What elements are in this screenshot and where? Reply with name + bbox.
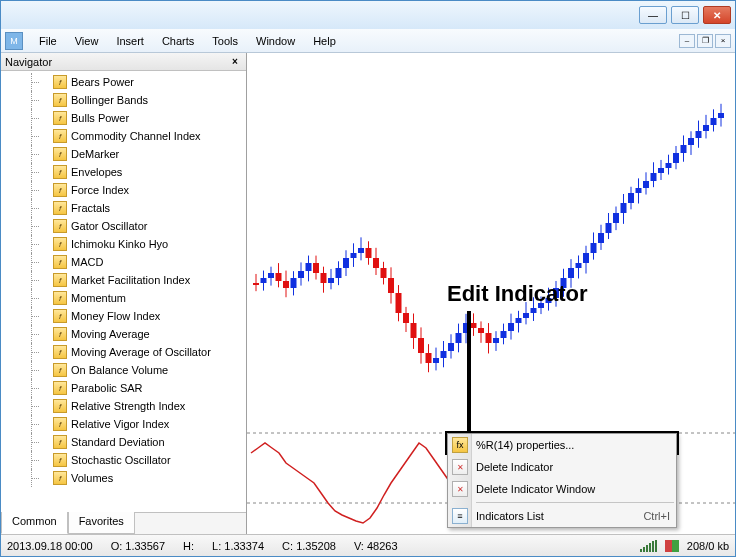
tab-favorites[interactable]: Favorites [68,512,135,534]
indicator-icon: f [53,309,67,323]
menu-insert[interactable]: Insert [108,32,152,50]
svg-rect-93 [598,233,604,243]
navigator-item[interactable]: fMoving Average [1,325,246,343]
navigator-item[interactable]: fIchimoku Kinko Hyo [1,235,246,253]
svg-rect-41 [403,313,409,323]
navigator-item-label: Bears Power [71,76,134,88]
indicator-icon: f [53,111,67,125]
indicator-icon: f [53,129,67,143]
navigator-item[interactable]: fParabolic SAR [1,379,246,397]
indicator-icon: f [53,381,67,395]
navigator-item[interactable]: fCommodity Channel Index [1,127,246,145]
svg-rect-87 [576,263,582,268]
ctx-delete-indicator[interactable]: Delete Indicator [448,456,676,478]
maximize-button[interactable]: ☐ [671,6,699,24]
svg-rect-121 [703,125,709,131]
delete-window-icon [452,481,468,497]
status-open: O: 1.33567 [111,540,165,552]
menu-view[interactable]: View [67,32,107,50]
svg-rect-7 [276,273,282,281]
mdi-close-button[interactable]: × [715,34,731,48]
status-close: C: 1.35208 [282,540,336,552]
ctx-properties[interactable]: fx %R(14) properties... [448,434,676,456]
indicator-icon: f [53,237,67,251]
navigator-item[interactable]: fMoving Average of Oscillator [1,343,246,361]
mdi-restore-button[interactable]: ❐ [697,34,713,48]
status-datetime: 2013.09.18 00:00 [7,540,93,552]
navigator-item[interactable]: fMoney Flow Index [1,307,246,325]
navigator-tree[interactable]: fBears PowerfBollinger BandsfBulls Power… [1,71,246,512]
indicator-icon: f [53,165,67,179]
ctx-separator [476,502,674,503]
indicator-icon: f [53,417,67,431]
chart-area[interactable]: Edit Indicator fx %R(14) properties... D… [247,53,735,534]
ctx-delete-window-label: Delete Indicator Window [476,483,595,495]
client-area: Navigator × fBears PowerfBollinger Bands… [1,53,735,534]
navigator-item-label: Stochastic Oscillator [71,454,171,466]
svg-rect-39 [396,293,402,313]
annotation-line [467,311,527,441]
svg-rect-99 [621,203,627,213]
status-traffic: 208/0 kb [687,540,729,552]
svg-rect-125 [718,113,724,118]
navigator-item-label: Relative Strength Index [71,400,185,412]
menu-window[interactable]: Window [248,32,303,50]
svg-rect-97 [613,213,619,223]
svg-rect-117 [688,138,694,145]
navigator-item-label: Gator Oscillator [71,220,147,232]
navigator-item[interactable]: fEnvelopes [1,163,246,181]
indicator-icon: f [53,399,67,413]
navigator-item[interactable]: fGator Oscillator [1,217,246,235]
svg-rect-45 [418,338,424,353]
app-icon: M [5,32,23,50]
svg-rect-75 [531,308,537,313]
navigator-title: Navigator [5,56,52,68]
navigator-header: Navigator × [1,53,246,71]
connection-icon [665,540,679,552]
navigator-item[interactable]: fStandard Deviation [1,433,246,451]
svg-rect-35 [381,268,387,278]
menu-help[interactable]: Help [305,32,344,50]
navigator-item[interactable]: fMarket Facilitation Index [1,271,246,289]
svg-rect-27 [351,253,357,258]
navigator-item[interactable]: fFractals [1,199,246,217]
navigator-item[interactable]: fVolumes [1,469,246,487]
navigator-item[interactable]: fStochastic Oscillator [1,451,246,469]
ctx-delete-window[interactable]: Delete Indicator Window [448,478,676,500]
navigator-item-label: Momentum [71,292,126,304]
svg-rect-107 [651,173,657,181]
navigator-item[interactable]: fRelative Vigor Index [1,415,246,433]
navigator-item[interactable]: fForce Index [1,181,246,199]
mdi-minimize-button[interactable]: – [679,34,695,48]
indicator-icon: f [53,327,67,341]
navigator-item[interactable]: fBulls Power [1,109,246,127]
ctx-indicators-list[interactable]: ≡ Indicators List Ctrl+I [448,505,676,527]
menu-file[interactable]: File [31,32,65,50]
navigator-item-label: Parabolic SAR [71,382,143,394]
navigator-item[interactable]: fOn Balance Volume [1,361,246,379]
navigator-item-label: Volumes [71,472,113,484]
indicator-icon: f [53,345,67,359]
navigator-item[interactable]: fBollinger Bands [1,91,246,109]
navigator-item[interactable]: fMomentum [1,289,246,307]
navigator-item-label: Standard Deviation [71,436,165,448]
navigator-item[interactable]: fMACD [1,253,246,271]
minimize-button[interactable]: — [639,6,667,24]
signal-icon [640,540,657,552]
close-button[interactable]: ✕ [703,6,731,24]
navigator-item[interactable]: fBears Power [1,73,246,91]
navigator-item-label: Envelopes [71,166,122,178]
indicator-icon: f [53,219,67,233]
svg-rect-47 [426,353,432,363]
navigator-item-label: Money Flow Index [71,310,160,322]
navigator-close-button[interactable]: × [228,55,242,69]
tab-common[interactable]: Common [1,512,68,534]
svg-rect-123 [711,118,717,125]
mdi-controls: – ❐ × [679,34,731,48]
navigator-item[interactable]: fDeMarker [1,145,246,163]
indicator-icon: f [53,201,67,215]
menu-charts[interactable]: Charts [154,32,202,50]
navigator-item[interactable]: fRelative Strength Index [1,397,246,415]
navigator-item-label: Force Index [71,184,129,196]
menu-tools[interactable]: Tools [204,32,246,50]
